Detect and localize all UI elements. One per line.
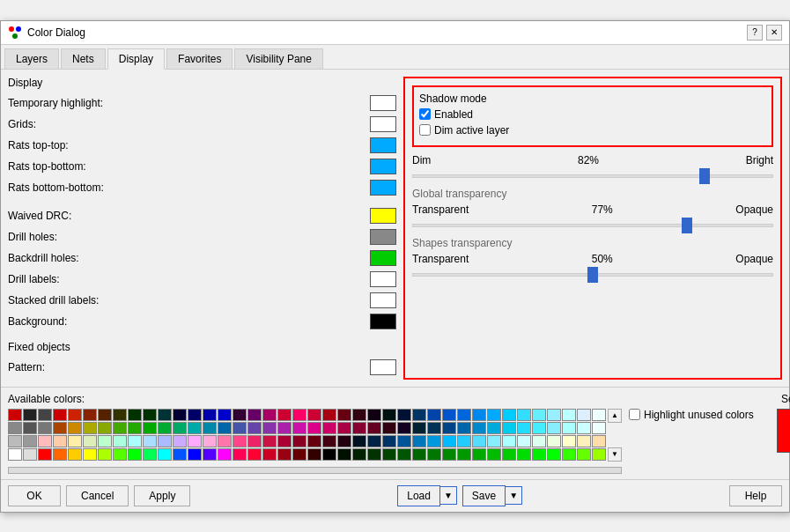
color-cell-3-23[interactable] [352, 448, 366, 461]
load-button[interactable]: Load [397, 485, 440, 506]
color-cell-2-17[interactable] [262, 435, 277, 447]
color-cell-2-33[interactable] [502, 435, 516, 447]
color-cell-0-34[interactable] [517, 409, 531, 421]
ok-button[interactable]: OK [8, 485, 61, 506]
color-cell-0-24[interactable] [367, 409, 381, 421]
color-cell-3-5[interactable] [83, 448, 97, 461]
color-cell-1-15[interactable] [233, 422, 247, 434]
selected-color-swatch[interactable] [777, 409, 790, 453]
color-cell-1-28[interactable] [427, 422, 441, 434]
grids-swatch[interactable] [370, 116, 396, 132]
rats-top-bottom-swatch[interactable] [370, 159, 396, 174]
color-cell-1-1[interactable] [23, 422, 37, 434]
color-cell-0-10[interactable] [158, 409, 172, 421]
color-cell-2-31[interactable] [472, 435, 486, 447]
dim-active-layer-checkbox[interactable] [419, 124, 431, 136]
color-cell-0-31[interactable] [472, 409, 486, 421]
rats-top-top-swatch[interactable] [370, 137, 396, 153]
color-cell-2-22[interactable] [337, 435, 351, 447]
highlight-unused-checkbox[interactable] [629, 409, 640, 420]
color-cell-3-7[interactable] [113, 448, 127, 461]
color-cell-1-10[interactable] [158, 422, 172, 434]
color-cell-1-2[interactable] [38, 422, 52, 434]
color-cell-0-27[interactable] [412, 409, 426, 421]
color-cell-1-7[interactable] [113, 422, 127, 434]
background-swatch[interactable] [370, 314, 396, 329]
color-cell-3-29[interactable] [442, 448, 456, 461]
color-cell-1-32[interactable] [487, 422, 501, 434]
color-cell-0-11[interactable] [173, 409, 187, 421]
color-cell-2-20[interactable] [307, 435, 321, 447]
color-cell-2-2[interactable] [38, 435, 52, 447]
color-cell-1-19[interactable] [292, 422, 306, 434]
tab-display[interactable]: Display [107, 48, 165, 70]
color-cell-3-10[interactable] [158, 448, 172, 461]
color-cell-0-29[interactable] [442, 409, 456, 421]
color-cell-0-22[interactable] [337, 409, 351, 421]
stacked-drill-labels-swatch[interactable] [370, 292, 396, 308]
color-cell-2-21[interactable] [322, 435, 336, 447]
color-cell-1-31[interactable] [472, 422, 486, 434]
color-cell-3-16[interactable] [247, 448, 262, 461]
color-cell-3-15[interactable] [233, 448, 247, 461]
color-cell-2-19[interactable] [292, 435, 306, 447]
close-title-button[interactable]: ✕ [766, 25, 782, 41]
color-cell-2-28[interactable] [427, 435, 441, 447]
color-cell-2-30[interactable] [457, 435, 471, 447]
color-cell-3-9[interactable] [143, 448, 157, 461]
color-cell-2-6[interactable] [98, 435, 112, 447]
tab-favorites[interactable]: Favorites [166, 48, 233, 69]
scroll-up-button[interactable]: ▲ [608, 409, 622, 423]
color-cell-0-21[interactable] [322, 409, 336, 421]
color-cell-1-6[interactable] [98, 422, 112, 434]
color-cell-0-2[interactable] [38, 409, 52, 421]
color-cell-3-33[interactable] [502, 448, 516, 461]
color-cell-1-0[interactable] [8, 422, 22, 434]
color-cell-2-39[interactable] [592, 435, 606, 447]
color-cell-0-26[interactable] [397, 409, 411, 421]
waived-drc-swatch[interactable] [370, 208, 396, 224]
color-cell-0-6[interactable] [98, 409, 112, 421]
color-cell-2-5[interactable] [83, 435, 97, 447]
color-cell-2-15[interactable] [233, 435, 247, 447]
pattern-swatch[interactable] [370, 359, 396, 375]
shapes-transparency-slider[interactable] [412, 273, 773, 277]
color-cell-0-25[interactable] [382, 409, 396, 421]
help-button[interactable]: Help [729, 485, 782, 506]
color-cell-2-27[interactable] [412, 435, 426, 447]
color-cell-0-17[interactable] [262, 409, 277, 421]
color-cell-2-18[interactable] [277, 435, 292, 447]
color-cell-0-5[interactable] [83, 409, 97, 421]
color-cell-0-28[interactable] [427, 409, 441, 421]
tab-layers[interactable]: Layers [4, 48, 59, 69]
color-cell-1-18[interactable] [277, 422, 292, 434]
color-cell-0-35[interactable] [532, 409, 546, 421]
color-cell-0-15[interactable] [233, 409, 247, 421]
color-cell-3-28[interactable] [427, 448, 441, 461]
temp-highlight-swatch[interactable] [370, 95, 396, 111]
color-cell-0-9[interactable] [143, 409, 157, 421]
color-cell-2-7[interactable] [113, 435, 127, 447]
color-cell-1-5[interactable] [83, 422, 97, 434]
apply-button[interactable]: Apply [134, 485, 190, 506]
color-cell-3-1[interactable] [23, 448, 37, 461]
color-cell-1-25[interactable] [382, 422, 396, 434]
color-cell-3-26[interactable] [397, 448, 411, 461]
color-cell-0-16[interactable] [247, 409, 262, 421]
color-cell-1-33[interactable] [502, 422, 516, 434]
color-cell-3-12[interactable] [188, 448, 202, 461]
color-cell-2-25[interactable] [382, 435, 396, 447]
tab-nets[interactable]: Nets [61, 48, 106, 69]
color-cell-3-36[interactable] [547, 448, 561, 461]
color-cell-2-38[interactable] [577, 435, 591, 447]
color-cell-2-29[interactable] [442, 435, 456, 447]
color-cell-1-37[interactable] [562, 422, 576, 434]
color-cell-3-2[interactable] [38, 448, 52, 461]
color-cell-2-16[interactable] [247, 435, 262, 447]
color-cell-0-30[interactable] [457, 409, 471, 421]
color-cell-2-3[interactable] [53, 435, 67, 447]
rats-bottom-bottom-swatch[interactable] [370, 180, 396, 196]
color-cell-3-14[interactable] [218, 448, 232, 461]
color-cell-0-18[interactable] [277, 409, 292, 421]
color-cell-1-17[interactable] [262, 422, 277, 434]
